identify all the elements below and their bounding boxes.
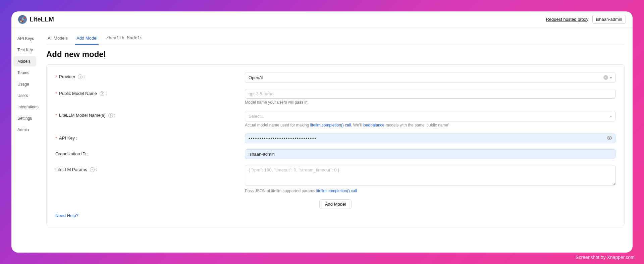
public-model-name-helper: Model name your users will pass in. xyxy=(245,100,615,105)
provider-value: OpenAI xyxy=(249,75,263,80)
sidebar: API Keys Test Key Models Teams Usage Use… xyxy=(11,28,38,253)
tabs: All Models Add Model /health Models xyxy=(46,33,625,45)
svg-point-0 xyxy=(609,137,610,139)
tab-add-model[interactable]: Add Model xyxy=(75,33,99,45)
submit-row: Add Model xyxy=(55,199,615,209)
user-menu[interactable]: ishaan-admin xyxy=(592,15,626,24)
eye-icon[interactable] xyxy=(607,135,612,142)
sidebar-item-teams[interactable]: Teams xyxy=(13,68,36,78)
sidebar-item-admin[interactable]: Admin xyxy=(13,125,36,135)
help-icon[interactable]: ? xyxy=(108,113,113,118)
sidebar-item-users[interactable]: Users xyxy=(13,91,36,101)
help-icon[interactable]: ? xyxy=(78,74,83,79)
completion-call-link[interactable]: litellm.completion() call xyxy=(310,123,351,127)
sidebar-item-api-keys[interactable]: API Keys xyxy=(13,34,36,44)
page-title: Add new model xyxy=(46,50,625,59)
add-model-button[interactable]: Add Model xyxy=(319,199,352,209)
row-api-key: * API Key : xyxy=(55,134,615,143)
row-provider: * Provider ? : OpenAI × ▾ xyxy=(55,72,615,83)
sidebar-item-test-key[interactable]: Test Key xyxy=(13,45,36,55)
row-litellm-model-names: * LiteLLM Model Name(s) ? : Select... ▾ … xyxy=(55,111,615,127)
sidebar-item-models[interactable]: Models xyxy=(13,56,36,66)
chevron-down-icon: ▾ xyxy=(610,76,612,80)
clear-icon[interactable]: × xyxy=(603,75,608,80)
logo-icon: 🚀 xyxy=(18,15,27,24)
app-window: 🚀 LiteLLM Request hosted proxy ishaan-ad… xyxy=(11,11,633,253)
row-litellm-params: LiteLLM Params ? : Pass JSON of litellm … xyxy=(55,165,615,193)
topbar: 🚀 LiteLLM Request hosted proxy ishaan-ad… xyxy=(11,11,633,28)
body: API Keys Test Key Models Teams Usage Use… xyxy=(11,28,633,253)
sidebar-item-usage[interactable]: Usage xyxy=(13,79,36,89)
params-completion-link[interactable]: litellm.completion() call xyxy=(316,189,357,193)
litellm-model-names-placeholder: Select... xyxy=(249,114,264,119)
provider-select[interactable]: OpenAI × ▾ xyxy=(245,72,615,83)
api-key-input[interactable] xyxy=(245,134,615,143)
label-api-key: * API Key : xyxy=(55,134,245,141)
row-org-id: Organization ID : xyxy=(55,149,615,159)
loadbalance-link[interactable]: loadbalance xyxy=(363,123,385,127)
org-id-input[interactable] xyxy=(245,149,615,159)
need-help-link[interactable]: Need Help? xyxy=(55,213,78,218)
tab-health-models[interactable]: /health Models xyxy=(105,33,144,45)
help-icon[interactable]: ? xyxy=(90,167,95,172)
main-content: All Models Add Model /health Models Add … xyxy=(38,28,633,253)
label-litellm-model-names: * LiteLLM Model Name(s) ? : xyxy=(55,111,245,118)
row-public-model-name: * Public Model Name ? : Model name your … xyxy=(55,89,615,105)
form-card: * Provider ? : OpenAI × ▾ xyxy=(46,64,625,226)
label-public-model-name: * Public Model Name ? : xyxy=(55,89,245,96)
brand: 🚀 LiteLLM xyxy=(18,15,54,24)
label-org-id: Organization ID : xyxy=(55,149,245,156)
litellm-params-helper: Pass JSON of litellm supported params li… xyxy=(245,189,615,193)
request-hosted-proxy-link[interactable]: Request hosted proxy xyxy=(546,17,588,22)
watermark: Screenshot by Xnapper.com xyxy=(576,255,635,260)
litellm-params-textarea[interactable] xyxy=(245,165,615,186)
litellm-model-names-select[interactable]: Select... ▾ xyxy=(245,111,615,121)
sidebar-item-integrations[interactable]: Integrations xyxy=(13,102,36,112)
litellm-model-names-helper: Actual model name used for making litell… xyxy=(245,123,615,127)
label-provider: * Provider ? : xyxy=(55,72,245,79)
chevron-down-icon: ▾ xyxy=(610,114,612,118)
tab-all-models[interactable]: All Models xyxy=(46,33,69,45)
public-model-name-input[interactable] xyxy=(245,89,615,99)
sidebar-item-settings[interactable]: Settings xyxy=(13,113,36,123)
brand-name: LiteLLM xyxy=(30,16,54,23)
label-litellm-params: LiteLLM Params ? : xyxy=(55,165,245,172)
topbar-right: Request hosted proxy ishaan-admin xyxy=(546,15,626,24)
help-icon[interactable]: ? xyxy=(100,91,104,96)
